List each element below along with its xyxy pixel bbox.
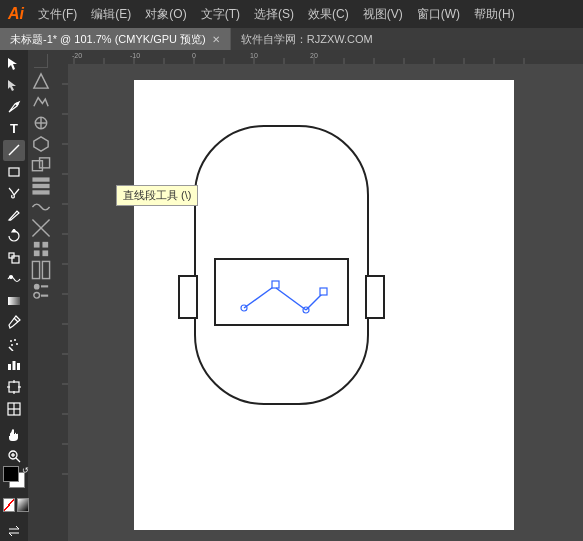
sec-tool-4[interactable] — [31, 134, 51, 154]
menu-effect[interactable]: 效果(C) — [302, 4, 355, 25]
svg-marker-32 — [34, 74, 48, 88]
svg-line-91 — [244, 285, 276, 308]
artboard — [134, 80, 514, 530]
menu-window[interactable]: 窗口(W) — [411, 4, 466, 25]
ruler-corner — [34, 54, 48, 68]
menu-object[interactable]: 对象(O) — [139, 4, 192, 25]
svg-rect-4 — [9, 168, 19, 176]
svg-rect-39 — [32, 184, 49, 188]
tool-hand[interactable] — [3, 425, 25, 446]
tool-eyedropper[interactable] — [3, 312, 25, 333]
horizontal-ruler: -20 -10 0 10 20 — [54, 50, 583, 64]
toolbar: T — [0, 50, 28, 541]
svg-point-13 — [10, 340, 12, 342]
sec-tool-3[interactable] — [31, 113, 51, 133]
exchange-icon[interactable] — [3, 521, 25, 541]
fill-swatch[interactable] — [3, 466, 19, 482]
svg-rect-45 — [34, 250, 40, 256]
svg-point-14 — [14, 339, 16, 341]
svg-line-29 — [16, 458, 20, 462]
svg-marker-7 — [12, 229, 16, 232]
reset-colors-icon[interactable]: ↺ — [22, 466, 29, 475]
line-segments-svg — [216, 260, 351, 328]
svg-text:-10: -10 — [130, 52, 140, 59]
svg-rect-8 — [12, 256, 19, 263]
menu-edit[interactable]: 编辑(E) — [85, 4, 137, 25]
svg-text:20: 20 — [310, 52, 318, 59]
tab-url: 软件自学网：RJZXW.COM — [231, 28, 583, 50]
svg-text:10: 10 — [250, 52, 258, 59]
svg-text:0: 0 — [192, 52, 196, 59]
tool-direct-selection[interactable] — [3, 76, 25, 97]
tool-rectangle[interactable] — [3, 162, 25, 183]
svg-rect-51 — [41, 295, 48, 297]
menu-help[interactable]: 帮助(H) — [468, 4, 521, 25]
svg-rect-17 — [8, 364, 11, 370]
robot-eye-rect — [214, 258, 349, 326]
tab-document-label: 未标题-1* @ 101.7% (CMYK/GPU 预览) — [10, 32, 206, 47]
sec-tool-10[interactable] — [31, 260, 51, 280]
tool-warp[interactable] — [3, 269, 25, 290]
svg-rect-43 — [34, 242, 40, 248]
svg-rect-92 — [272, 281, 279, 288]
tool-pencil[interactable] — [3, 205, 25, 226]
menu-bar: 文件(F) 编辑(E) 对象(O) 文字(T) 选择(S) 效果(C) 视图(V… — [32, 4, 521, 25]
tool-slice[interactable] — [3, 398, 25, 419]
tool-paintbrush[interactable] — [3, 183, 25, 204]
svg-rect-18 — [13, 361, 16, 370]
tab-close-button[interactable]: ✕ — [212, 34, 220, 45]
svg-rect-47 — [32, 261, 39, 278]
tool-rotate[interactable] — [3, 226, 25, 247]
svg-line-3 — [9, 145, 19, 155]
gradient-swatch[interactable] — [17, 498, 29, 512]
ai-logo: Ai — [8, 5, 24, 23]
svg-line-93 — [276, 288, 306, 310]
svg-text:-20: -20 — [72, 52, 82, 59]
sec-tool-2[interactable] — [31, 92, 51, 112]
tool-selection[interactable] — [3, 54, 25, 75]
robot-ear-left — [178, 275, 198, 319]
main-layout: T — [0, 50, 583, 541]
sec-tool-1[interactable] — [31, 71, 51, 91]
menu-type[interactable]: 文字(T) — [195, 4, 246, 25]
menu-view[interactable]: 视图(V) — [357, 4, 409, 25]
svg-rect-37 — [40, 158, 50, 168]
sec-tool-6[interactable] — [31, 176, 51, 196]
svg-rect-19 — [17, 363, 20, 370]
none-swatch[interactable] — [3, 498, 15, 512]
svg-rect-20 — [9, 382, 19, 392]
svg-point-49 — [34, 284, 40, 290]
tool-artboard[interactable] — [3, 377, 25, 398]
svg-rect-75 — [54, 64, 68, 541]
svg-marker-0 — [8, 58, 17, 70]
tool-gradient[interactable] — [3, 291, 25, 312]
menu-select[interactable]: 选择(S) — [248, 4, 300, 25]
menu-file[interactable]: 文件(F) — [32, 4, 83, 25]
tool-zoom[interactable] — [3, 446, 25, 467]
tool-symbol-sprayer[interactable] — [3, 334, 25, 355]
tab-url-label: 软件自学网：RJZXW.COM — [241, 32, 373, 47]
tool-column-graph[interactable] — [3, 355, 25, 376]
svg-rect-40 — [32, 190, 49, 194]
svg-point-10 — [10, 276, 13, 279]
tool-line-segment[interactable] — [3, 140, 25, 161]
tool-pen[interactable] — [3, 97, 25, 118]
tab-bar: 未标题-1* @ 101.7% (CMYK/GPU 预览) ✕ 软件自学网：RJ… — [0, 28, 583, 50]
svg-point-2 — [16, 103, 18, 105]
color-swatches-area: ↺ — [3, 466, 29, 512]
tool-scale[interactable] — [3, 248, 25, 269]
sec-tool-8[interactable] — [31, 218, 51, 238]
svg-rect-46 — [42, 250, 48, 256]
svg-rect-50 — [41, 285, 48, 287]
svg-rect-11 — [8, 297, 20, 305]
title-bar: Ai 文件(F) 编辑(E) 对象(O) 文字(T) 选择(S) 效果(C) 视… — [0, 0, 583, 28]
sec-tool-7[interactable] — [31, 197, 51, 217]
canvas-area[interactable]: -20 -10 0 10 20 — [54, 50, 583, 541]
svg-rect-44 — [42, 242, 48, 248]
tool-type[interactable]: T — [3, 119, 25, 140]
sec-tool-5[interactable] — [31, 155, 51, 175]
vertical-ruler — [54, 64, 68, 541]
tab-document[interactable]: 未标题-1* @ 101.7% (CMYK/GPU 预览) ✕ — [0, 28, 231, 50]
sec-tool-9[interactable] — [31, 239, 51, 259]
sec-tool-11[interactable] — [31, 281, 51, 301]
